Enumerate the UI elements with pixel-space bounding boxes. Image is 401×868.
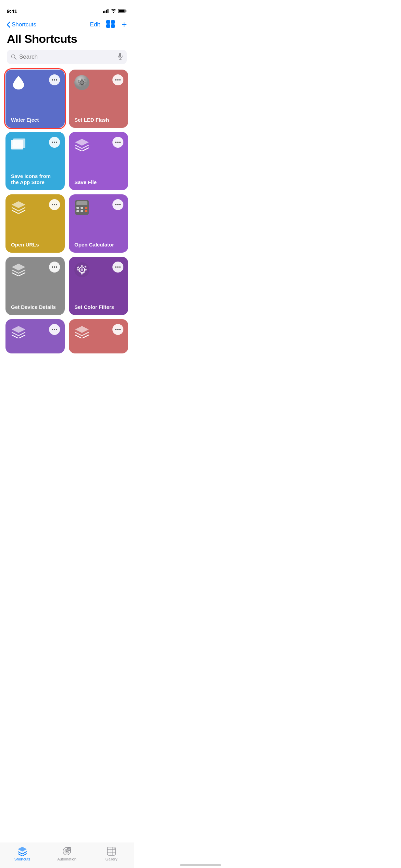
nav-bar: Shortcuts Edit + — [0, 17, 134, 31]
edit-button[interactable]: Edit — [90, 21, 100, 28]
svg-rect-52 — [85, 207, 87, 209]
layers-icon — [74, 137, 90, 153]
card-top — [74, 74, 123, 91]
mic-button[interactable] — [118, 53, 123, 61]
svg-point-31 — [115, 79, 117, 81]
svg-rect-3 — [108, 9, 109, 13]
svg-rect-55 — [85, 210, 87, 212]
chevron-left-icon — [7, 22, 10, 28]
svg-rect-13 — [119, 53, 121, 57]
svg-rect-53 — [76, 210, 79, 212]
svg-point-41 — [115, 142, 117, 143]
mic-icon — [118, 53, 123, 60]
back-label: Shortcuts — [12, 21, 36, 28]
card-top — [10, 324, 60, 340]
grid-icon — [106, 20, 115, 28]
svg-point-60 — [54, 266, 55, 268]
more-dots-icon — [115, 79, 121, 81]
shortcut-card-save-icons[interactable]: Save Icons from the App Store — [5, 132, 65, 190]
svg-rect-65 — [81, 265, 83, 267]
svg-rect-0 — [103, 11, 104, 13]
search-icon — [11, 54, 16, 60]
more-button-water-eject[interactable] — [49, 74, 60, 85]
svg-rect-68 — [85, 269, 87, 270]
shortcut-card-open-calculator[interactable]: Open Calculator — [69, 194, 128, 253]
layers-icon-2 — [10, 199, 27, 216]
more-button-get-device-details[interactable] — [49, 262, 60, 273]
svg-rect-67 — [77, 269, 79, 270]
svg-point-74 — [117, 266, 119, 268]
svg-point-73 — [115, 266, 117, 268]
svg-line-12 — [15, 58, 16, 60]
shortcut-card-10[interactable] — [69, 319, 128, 353]
grid-view-button[interactable] — [106, 20, 115, 29]
page-title-section: All Shortcuts — [0, 31, 134, 50]
svg-rect-7 — [106, 20, 110, 24]
svg-point-39 — [54, 142, 55, 143]
card-top — [74, 324, 123, 340]
more-dots-icon — [115, 204, 121, 205]
more-button-save-icons[interactable] — [49, 137, 60, 148]
more-button-9[interactable] — [49, 324, 60, 335]
svg-point-77 — [54, 329, 55, 330]
shortcut-card-set-led-flash[interactable]: Set LED Flash — [69, 70, 128, 128]
svg-point-43 — [119, 142, 121, 143]
shortcut-card-water-eject[interactable]: Water Eject — [5, 70, 65, 128]
photo-frame-icon — [10, 137, 27, 153]
svg-point-32 — [117, 79, 119, 81]
search-bar[interactable] — [7, 50, 127, 64]
calculator-icon — [74, 199, 90, 216]
shortcut-card-9[interactable] — [5, 319, 65, 353]
shortcut-card-get-device-details[interactable]: Get Device Details — [5, 257, 65, 315]
svg-point-81 — [119, 329, 121, 330]
more-dots-icon — [52, 266, 57, 268]
water-drop-icon — [10, 74, 27, 91]
card-top — [74, 262, 123, 278]
shortcut-name-save-icons: Save Icons from the App Store — [10, 173, 60, 185]
card-top — [10, 74, 60, 91]
more-button-set-led-flash[interactable] — [112, 74, 123, 85]
search-input[interactable] — [19, 53, 115, 60]
status-bar: 9:41 — [0, 0, 134, 17]
layers-icon-3 — [10, 262, 27, 278]
shortcut-name-open-calculator: Open Calculator — [74, 242, 123, 248]
svg-point-45 — [54, 204, 55, 205]
more-button-open-urls[interactable] — [49, 199, 60, 210]
svg-point-64 — [81, 268, 83, 271]
svg-point-18 — [56, 79, 57, 81]
svg-rect-23 — [81, 79, 83, 81]
more-button-10[interactable] — [112, 324, 123, 335]
svg-rect-25 — [78, 82, 80, 83]
shortcuts-grid: Water Eject — [0, 70, 134, 381]
shortcut-card-open-urls[interactable]: Open URLs — [5, 194, 65, 253]
shortcut-name-set-led-flash: Set LED Flash — [74, 117, 123, 123]
card-top — [10, 199, 60, 216]
shortcut-name-open-urls: Open URLs — [10, 242, 60, 248]
nav-actions: Edit + — [90, 20, 127, 29]
battery-icon — [118, 9, 127, 13]
shortcut-name-get-device-details: Get Device Details — [10, 304, 60, 310]
svg-point-61 — [56, 266, 57, 268]
add-button[interactable]: + — [121, 20, 127, 29]
svg-point-56 — [115, 204, 117, 205]
more-button-set-color-filters[interactable] — [112, 262, 123, 273]
more-dots-icon — [52, 204, 57, 205]
svg-point-78 — [56, 329, 57, 330]
wifi-icon — [111, 9, 116, 13]
svg-rect-49 — [76, 201, 87, 205]
svg-point-17 — [54, 79, 55, 81]
svg-point-46 — [56, 204, 57, 205]
svg-rect-2 — [106, 10, 107, 13]
svg-rect-6 — [119, 10, 125, 12]
shortcut-card-save-file[interactable]: Save File — [69, 132, 128, 190]
svg-point-57 — [117, 204, 119, 205]
search-container — [0, 50, 134, 70]
back-button[interactable]: Shortcuts — [7, 21, 36, 28]
more-button-save-file[interactable] — [112, 137, 123, 148]
card-top — [10, 137, 60, 153]
more-button-open-calculator[interactable] — [112, 199, 123, 210]
svg-point-33 — [119, 79, 121, 81]
svg-point-40 — [56, 142, 57, 143]
svg-point-76 — [52, 329, 53, 330]
shortcut-card-set-color-filters[interactable]: Set Color Filters — [69, 257, 128, 315]
